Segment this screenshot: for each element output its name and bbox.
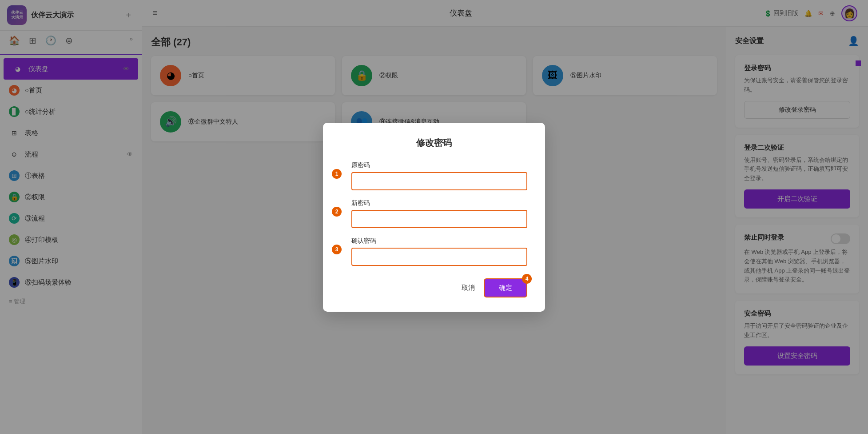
new-password-group: 2 新密码 [341, 199, 527, 228]
modal-footer: 取消 确定 4 [341, 278, 527, 297]
modal-overlay: 修改密码 1 原密码 2 新密码 3 确认密码 取消 确定 4 [0, 0, 868, 434]
confirm-password-label: 确认密码 [351, 237, 527, 245]
confirm-password-input[interactable] [351, 248, 527, 266]
step-badge-3: 3 [332, 245, 342, 254]
original-password-group: 1 原密码 [341, 161, 527, 190]
original-password-input[interactable] [351, 172, 527, 190]
confirm-step-badge: 4 [522, 274, 532, 284]
step-badge-1: 1 [332, 169, 342, 179]
original-password-label: 原密码 [351, 161, 527, 169]
change-password-modal: 修改密码 1 原密码 2 新密码 3 确认密码 取消 确定 4 [323, 123, 545, 312]
new-password-input[interactable] [351, 210, 527, 228]
new-password-label: 新密码 [351, 199, 527, 207]
cancel-button[interactable]: 取消 [462, 284, 475, 292]
step-badge-2: 2 [332, 207, 342, 217]
confirm-password-group: 3 确认密码 [341, 237, 527, 266]
modal-title: 修改密码 [341, 137, 527, 149]
confirm-button[interactable]: 确定 4 [484, 278, 527, 297]
